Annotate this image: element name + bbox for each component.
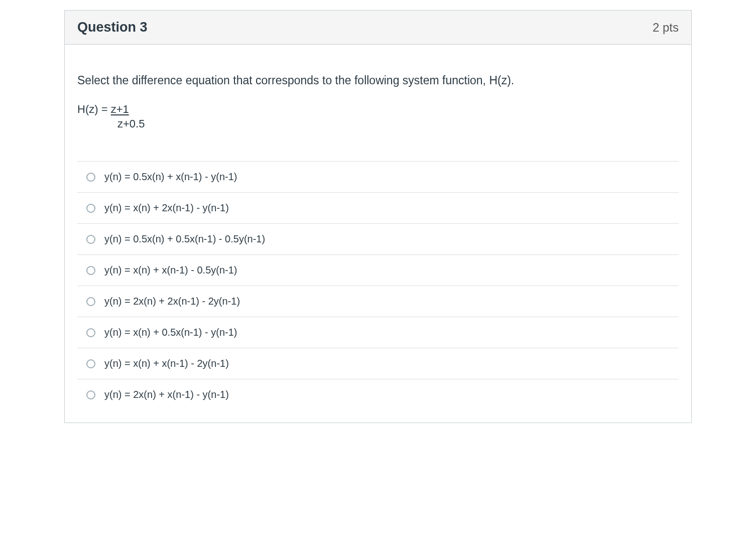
- radio-icon[interactable]: [86, 359, 95, 368]
- answer-option[interactable]: y(n) = 0.5x(n) + x(n-1) - y(n-1): [77, 161, 679, 192]
- answer-text: y(n) = 2x(n) + 2x(n-1) - 2y(n-1): [104, 296, 679, 307]
- radio-icon[interactable]: [86, 173, 95, 182]
- question-header: Question 3 2 pts: [65, 11, 691, 45]
- radio-icon[interactable]: [86, 390, 95, 399]
- answer-list: y(n) = 0.5x(n) + x(n-1) - y(n-1) y(n) = …: [77, 161, 679, 418]
- equation-numerator: z+1: [111, 103, 129, 115]
- question-points: 2 pts: [653, 21, 679, 35]
- answer-text: y(n) = x(n) + 0.5x(n-1) - y(n-1): [104, 327, 679, 338]
- radio-icon[interactable]: [86, 204, 95, 213]
- answer-text: y(n) = 2x(n) + x(n-1) - y(n-1): [104, 389, 679, 400]
- question-title: Question 3: [77, 20, 148, 35]
- question-prompt: Select the difference equation that corr…: [77, 72, 679, 88]
- question-body: Select the difference equation that corr…: [65, 45, 691, 423]
- radio-icon[interactable]: [86, 266, 95, 275]
- equation-lhs: H(z) =: [77, 103, 111, 115]
- answer-option[interactable]: y(n) = x(n) + x(n-1) - 2y(n-1): [77, 348, 679, 379]
- radio-icon[interactable]: [86, 297, 95, 306]
- answer-option[interactable]: y(n) = 2x(n) + x(n-1) - y(n-1): [77, 379, 679, 410]
- radio-icon[interactable]: [86, 235, 95, 244]
- answer-option[interactable]: y(n) = x(n) + x(n-1) - 0.5y(n-1): [77, 254, 679, 286]
- answer-text: y(n) = x(n) + 2x(n-1) - y(n-1): [104, 202, 679, 214]
- answer-option[interactable]: y(n) = 0.5x(n) + 0.5x(n-1) - 0.5y(n-1): [77, 223, 679, 254]
- answer-text: y(n) = 0.5x(n) + 0.5x(n-1) - 0.5y(n-1): [104, 233, 679, 245]
- answer-option[interactable]: y(n) = x(n) + 0.5x(n-1) - y(n-1): [77, 317, 679, 348]
- equation-line-1: H(z) = z+1: [77, 102, 679, 117]
- answer-text: y(n) = x(n) + x(n-1) - 0.5y(n-1): [104, 264, 679, 276]
- equation-denominator: z+0.5: [77, 117, 679, 131]
- answer-text: y(n) = x(n) + x(n-1) - 2y(n-1): [104, 358, 679, 369]
- radio-icon[interactable]: [86, 328, 95, 337]
- equation-block: H(z) = z+1 z+0.5: [77, 102, 679, 131]
- answer-text: y(n) = 0.5x(n) + x(n-1) - y(n-1): [104, 171, 679, 183]
- question-card: Question 3 2 pts Select the difference e…: [64, 10, 692, 423]
- answer-option[interactable]: y(n) = x(n) + 2x(n-1) - y(n-1): [77, 192, 679, 223]
- answer-option[interactable]: y(n) = 2x(n) + 2x(n-1) - 2y(n-1): [77, 286, 679, 317]
